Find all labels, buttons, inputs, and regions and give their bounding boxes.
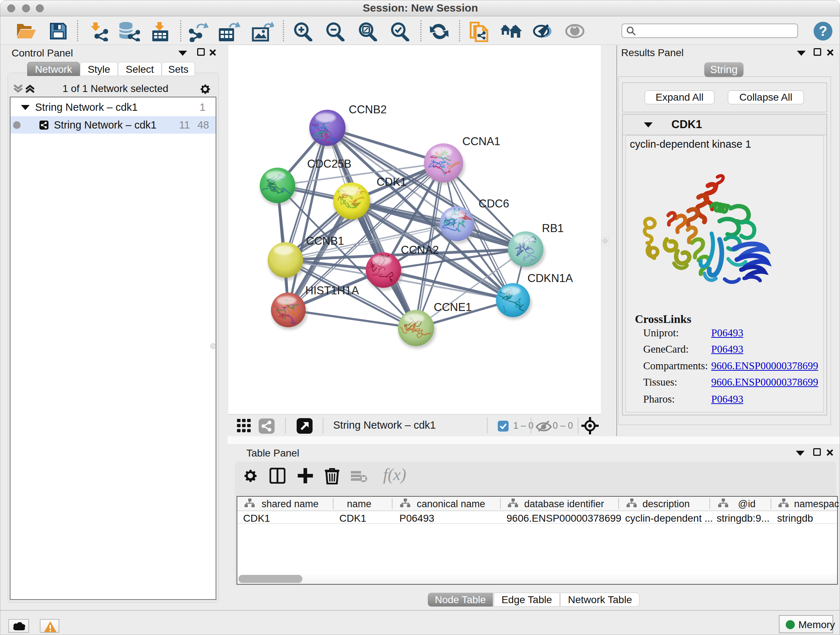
- svg-text:CCNE1: CCNE1: [434, 301, 472, 314]
- svg-text:RB1: RB1: [542, 222, 564, 234]
- svg-text:CCNB1: CCNB1: [306, 234, 344, 247]
- svg-text:CCNB2: CCNB2: [349, 103, 387, 116]
- svg-text:HIST1H1A: HIST1H1A: [305, 284, 359, 297]
- svg-text:CDC25B: CDC25B: [307, 157, 351, 170]
- svg-text:CDKN1A: CDKN1A: [527, 272, 573, 285]
- svg-text:CDK1: CDK1: [377, 176, 407, 188]
- svg-text:CCNA1: CCNA1: [462, 135, 500, 148]
- svg-text:CDC6: CDC6: [478, 197, 509, 210]
- svg-text:CCNA2: CCNA2: [401, 244, 439, 256]
- svg-text:?: ?: [819, 24, 827, 39]
